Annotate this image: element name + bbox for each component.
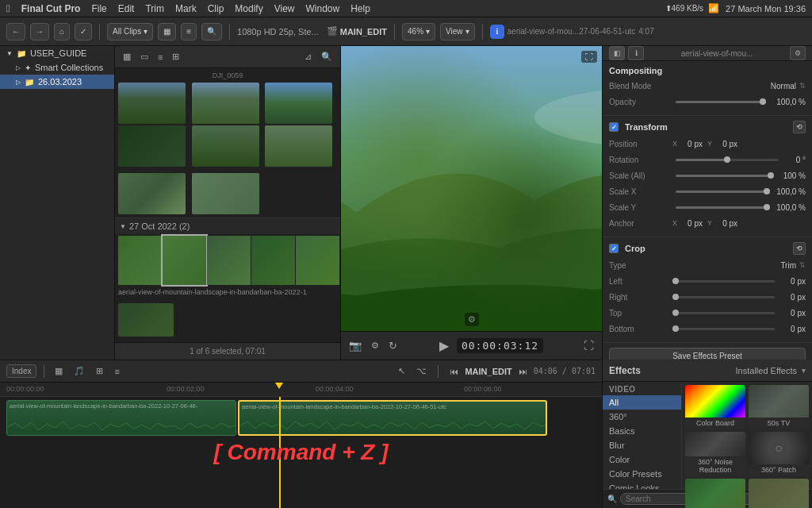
filmstrip-frame-3[interactable] [207,236,251,285]
inspector-tab-2[interactable]: ℹ [628,46,644,60]
effect-category-all[interactable]: All [603,395,681,410]
effect-category-comic[interactable]: Comic Looks [603,481,681,489]
search-button[interactable]: 🔍 [201,23,222,40]
effect-category-presets[interactable]: Color Presets [603,467,681,481]
timeline-clip-a[interactable]: aerial-view-of-mountain-landscape-in-ban… [6,400,236,436]
clip-filmstrip[interactable] [115,234,340,287]
browser-search-btn[interactable]: 🔍 [318,50,335,64]
clips-dropdown[interactable]: All Clips ▾ [107,23,153,40]
viewer-settings-btn[interactable]: ⚙ [465,313,479,326]
viewer[interactable]: ⚙ ⛶ [341,46,602,331]
menu-clip[interactable]: Clip [208,3,224,14]
effect-color-board[interactable]: Color Board [685,385,745,429]
back-button[interactable]: ← [6,23,25,40]
transform-reset-btn[interactable]: ⟲ [793,121,806,133]
rotation-slider[interactable] [676,159,779,161]
viewer-refresh-btn[interactable]: ↻ [387,338,399,353]
timeline-lane-btn[interactable]: ≡ [111,365,122,378]
viewer-settings2-btn[interactable]: ⚙ [370,339,381,352]
crop-bottom-slider[interactable] [676,328,775,330]
home-button[interactable]: ⌂ [54,23,70,40]
view-toggle-1[interactable]: ▦ [158,23,176,40]
browser-list-btn[interactable]: ▦ [120,50,134,64]
timeline-pointer-btn[interactable]: ↖ [395,364,408,378]
toolbar-sep [44,365,44,378]
viewer-fullscreen-btn[interactable]: ⛶ [582,338,596,353]
browser-filter-btn[interactable]: ⊿ [301,50,315,64]
crop-checkbox[interactable]: ✓ [609,244,619,253]
effect-50s-tv[interactable]: 50s TV [749,385,809,429]
timeline-audio-btn[interactable]: 🎵 [71,364,88,378]
effects-dropdown-icon: ▾ [802,367,806,375]
effect-add-noise[interactable]: Add Noise [685,479,745,508]
menu-help[interactable]: Help [350,3,370,14]
sidebar-item-date-folder[interactable]: ▷ 📁 26.03.2023 [0,75,114,89]
filmstrip-frame-5[interactable] [296,236,339,285]
viewer-play-btn[interactable]: ▶ [438,337,450,355]
scale-all-slider[interactable] [676,175,771,177]
crop-bottom-label: Bottom [609,325,672,333]
forward-button[interactable]: → [30,23,49,40]
crop-reset-btn[interactable]: ⟲ [793,242,806,255]
clip-thumb-3[interactable] [265,83,332,124]
view-toggle-2[interactable]: ≡ [181,23,197,40]
menu-window[interactable]: Window [305,3,339,14]
browser-content[interactable]: DJI_0059 [115,68,340,342]
menu-mark[interactable]: Mark [175,3,197,14]
browser-filmstrip-btn[interactable]: ▭ [137,50,151,64]
timeline-tracks[interactable]: [ Command + Z ] aerial-view-of-mountain-… [0,397,602,508]
clip-thumb-8[interactable] [192,173,259,214]
effect-360-noise[interactable]: 360° Noise Reduction [685,432,745,475]
effect-category-360[interactable]: 360° [603,410,681,424]
browser-group-btn[interactable]: ⊞ [169,50,182,64]
clip-thumb-6[interactable] [265,125,332,167]
sidebar-item-user-guide[interactable]: ▼ 📁 USER_GUIDE [0,46,114,60]
viewer-camera-btn[interactable]: 📷 [347,338,363,353]
timeline-next-btn[interactable]: ⏭ [515,365,530,378]
scale-y-slider[interactable] [676,206,767,209]
menu-trim[interactable]: Trim [145,3,164,14]
clip-thumb-1[interactable] [118,83,186,124]
clip-extra-thumb[interactable] [118,303,174,337]
filmstrip-frame-1[interactable] [118,236,162,285]
view-button[interactable]: View ▾ [440,23,475,40]
transform-checkbox[interactable]: ✓ [609,122,619,132]
zoom-dropdown[interactable]: 46% ▾ [402,23,435,40]
film-icon: 🎬 [327,26,338,37]
index-button[interactable]: Index [6,364,36,378]
menu-edit[interactable]: Edit [118,3,135,14]
effect-category-color[interactable]: Color [603,452,681,467]
menu-modify[interactable]: Modify [235,3,262,14]
opacity-slider[interactable] [676,101,763,103]
crop-right-slider[interactable] [676,296,775,298]
effect-category-blur[interactable]: Blur [603,438,681,452]
clip-thumb-4[interactable] [118,125,186,167]
clip-thumb-5[interactable] [192,125,259,167]
effect-aged-film[interactable]: Aged Film [749,479,809,508]
timeline-zoom-btn[interactable]: ⊞ [93,364,106,378]
sidebar-item-smart-collections[interactable]: ▷ ✦ Smart Collections [0,60,114,75]
section-27-oct[interactable]: ▼ 27 Oct 2022 (2) [115,217,340,234]
filmstrip-frame-4[interactable] [251,236,295,285]
clip-thumb-2[interactable] [192,83,259,124]
menu-view[interactable]: View [274,3,295,14]
inspector-icon-btn[interactable]: ℹ [490,25,504,39]
clip-thumb-7[interactable] [118,173,186,214]
app-name[interactable]: Final Cut Pro [21,3,81,14]
timeline-blade-btn[interactable]: ⌥ [413,364,430,378]
effect-category-basics[interactable]: Basics [603,424,681,438]
save-effects-preset-button[interactable]: Save Effects Preset [609,348,806,360]
menu-file[interactable]: File [91,3,106,14]
crop-left-slider[interactable] [676,280,775,283]
inspector-tab-1[interactable]: ◧ [609,46,625,60]
timeline-prev-btn[interactable]: ⏮ [446,365,462,378]
effect-360-patch[interactable]: ○ 360° Patch [749,432,809,475]
scale-x-slider[interactable] [676,190,767,193]
timeline-clip-b[interactable]: aerial-view-of-mountain-landscape-in-ban… [238,400,547,436]
timeline-clip-view-btn[interactable]: ▦ [52,364,66,378]
checkmark-button[interactable]: ✓ [75,23,92,40]
crop-top-slider[interactable] [676,312,775,314]
browser-detail-btn[interactable]: ≡ [155,51,166,64]
inspector-tab-settings[interactable]: ⚙ [790,46,806,60]
filmstrip-frame-2[interactable] [163,236,206,285]
